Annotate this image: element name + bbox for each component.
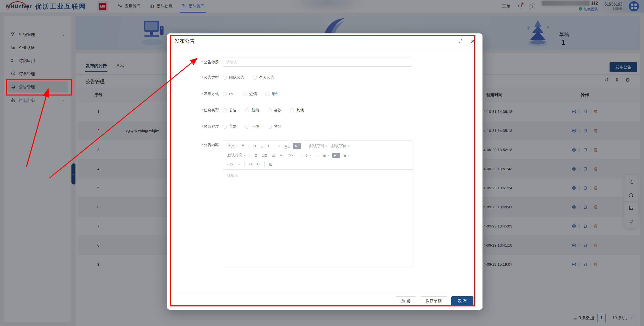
field-label-title: *公告标题 (191, 60, 219, 65)
modal-header: 发布公告 × (167, 33, 482, 49)
radio-icon (245, 108, 249, 112)
radio-option[interactable]: 新闻 (245, 108, 259, 113)
editor-toolbar: 正文“BUI⋯AA默认字号默认字体 默认行高≣1≣☑≡≫☺∞▣▶⊞ </>┄↺↻… (223, 141, 413, 170)
underline-icon[interactable]: U (258, 143, 266, 149)
divider-icon[interactable]: ┄ (235, 161, 242, 168)
radio-option[interactable]: 邮件 (265, 91, 279, 96)
separator (300, 153, 300, 158)
radio-option[interactable]: 其他 (290, 108, 304, 113)
radio-option[interactable]: 一般 (245, 124, 259, 129)
radio-label: 普通 (229, 124, 237, 129)
modal-footer: 预 览 保存草稿 发 布 (167, 292, 482, 310)
publish-method-options: PC短信邮件 (223, 91, 288, 96)
radio-icon (290, 108, 294, 112)
font-color-icon[interactable]: A (282, 143, 292, 149)
fullscreen-expand-icon[interactable] (458, 39, 463, 43)
italic-icon[interactable]: I (266, 143, 271, 149)
field-label-info-type: *信息类型 (191, 108, 219, 113)
radio-label: 公告 (229, 108, 237, 113)
radio-option[interactable]: 短信 (243, 91, 257, 96)
font-family-select[interactable]: 默认字体 (329, 142, 351, 150)
radio-label: 个人公告 (259, 75, 274, 80)
image-icon[interactable]: ▣ (321, 152, 331, 159)
required-asterisk: * (202, 92, 203, 96)
modal-title: 发布公告 (175, 38, 195, 44)
bold-icon[interactable]: B (251, 143, 258, 149)
radio-option[interactable]: 紧急 (268, 124, 281, 129)
announcement-title-input[interactable] (223, 58, 412, 67)
task-list-icon[interactable]: ☑ (270, 152, 277, 159)
publish-button[interactable]: 发 布 (451, 296, 473, 306)
align-icon[interactable]: ≡ (277, 152, 287, 159)
bg-color-icon[interactable]: A (293, 143, 301, 149)
urgency-options: 普通一般紧急 (223, 124, 290, 129)
editor-content-area[interactable]: 请输入... (223, 170, 413, 267)
radio-icon (265, 92, 269, 96)
radio-icon (268, 125, 272, 129)
radio-label: 一般 (252, 124, 259, 129)
radio-label: 短信 (249, 91, 257, 96)
radio-option[interactable]: 个人公告 (253, 75, 274, 80)
radio-option[interactable]: 普通 (223, 124, 237, 129)
separator (244, 162, 245, 167)
required-asterisk: * (202, 60, 203, 64)
quote-icon[interactable]: “ (240, 143, 246, 149)
field-label-content: *公告内容 (191, 143, 219, 147)
field-label-type: *公告类型 (191, 75, 219, 80)
preview-button[interactable]: 预 览 (396, 296, 416, 306)
required-asterisk: * (202, 75, 203, 80)
radio-icon (253, 76, 257, 80)
redo-icon[interactable]: ↻ (254, 161, 262, 168)
radio-icon (223, 108, 227, 112)
radio-option[interactable]: 公告 (223, 108, 237, 113)
bullet-list-icon[interactable]: ≣ (252, 152, 260, 159)
field-label-method: *发布方式 (191, 91, 219, 96)
radio-label: 会议 (274, 108, 281, 113)
font-size-select[interactable]: 默认字号 (307, 142, 329, 150)
paragraph-style-select[interactable]: 正文 (225, 142, 240, 150)
radio-option[interactable]: PC (223, 92, 234, 96)
link-icon[interactable]: ∞ (313, 152, 321, 159)
rich-text-editor: 正文“BUI⋯AA默认字号默认字体 默认行高≣1≣☑≡≫☺∞▣▶⊞ </>┄↺↻… (223, 141, 413, 267)
line-height-select[interactable]: 默认行高 (225, 152, 247, 159)
required-asterisk: * (202, 143, 203, 147)
radio-label: 邮件 (272, 91, 279, 96)
undo-icon[interactable]: ↺ (247, 161, 255, 168)
announcement-type-options: 团队公告个人公告 (223, 75, 283, 80)
video-icon[interactable]: ▶ (332, 153, 340, 158)
separator (305, 143, 305, 149)
modal-body: *公告标题 *公告类型 团队公告个人公告 *发布方式 PC短信邮件 *信息类型 … (167, 49, 482, 267)
emoji-icon[interactable]: ☺ (303, 152, 313, 159)
save-draft-button[interactable]: 保存草稿 (420, 296, 447, 306)
radio-label: 新闻 (252, 108, 259, 113)
indent-icon[interactable]: ≫ (287, 152, 298, 159)
separator (250, 153, 250, 158)
separator (264, 162, 265, 167)
required-asterisk: * (202, 108, 203, 112)
radio-icon (223, 92, 227, 96)
more-text-styles-icon[interactable]: ⋯ (271, 143, 282, 150)
screen: MHUniver 优沃工业互联网 MH 应用管理 团队信息 团队管理 工单 ? (0, 0, 644, 326)
radio-icon (245, 125, 249, 129)
radio-label: PC (229, 92, 234, 96)
close-icon[interactable]: × (470, 37, 475, 45)
radio-icon (268, 108, 272, 112)
radio-icon (223, 125, 227, 129)
info-type-options: 公告新闻会议其他 (223, 108, 312, 113)
radio-label: 其他 (296, 108, 304, 113)
radio-option[interactable]: 会议 (268, 108, 281, 113)
table-icon[interactable]: ⊞ (341, 152, 351, 159)
publish-announcement-modal: 发布公告 × *公告标题 *公告类型 团队公告个人公告 *发布方式 (167, 33, 482, 310)
field-label-urgency: *紧急程度 (191, 124, 219, 129)
radio-option[interactable]: 团队公告 (223, 75, 244, 80)
fullscreen-icon[interactable]: ⊡ (267, 161, 275, 168)
radio-icon (223, 76, 227, 80)
required-asterisk: * (202, 124, 203, 129)
radio-label: 团队公告 (229, 75, 244, 80)
radio-icon (243, 92, 247, 96)
radio-label: 紧急 (274, 124, 281, 129)
code-icon[interactable]: </> (225, 161, 235, 168)
separator (249, 143, 249, 149)
ordered-list-icon[interactable]: 1≣ (260, 152, 270, 159)
